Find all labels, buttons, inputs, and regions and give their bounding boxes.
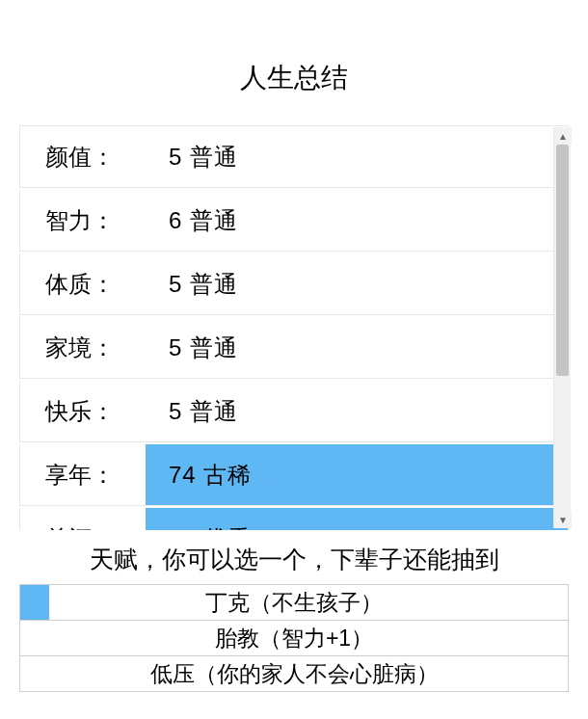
summary-scroll-area[interactable]: 颜值： 5 普通 智力： 6 普通 体质： 5 普通 家境： 5 普通 快乐： … [19,125,569,530]
talent-option[interactable]: 胎教（智力+1） [19,620,569,656]
scrollbar-thumb[interactable] [556,145,569,376]
talent-option-label: 胎教（智力+1） [49,621,568,655]
talent-option-label: 低压（你的家人不会心脏病） [49,656,568,691]
summary-row: 颜值： 5 普通 [19,126,569,188]
talent-option-label: 丁克（不生孩子） [49,585,568,620]
summary-row: 智力： 6 普通 [19,190,569,252]
page-title: 人生总结 [0,0,588,125]
talent-selected-mark [20,585,49,620]
scroll-up-arrow-icon[interactable]: ▲ [554,127,572,145]
summary-panel: 颜值： 5 普通 智力： 6 普通 体质： 5 普通 家境： 5 普通 快乐： … [19,125,569,530]
scrollbar[interactable]: ▲ ▼ [553,127,571,528]
summary-row-value: 89 优秀 [146,508,568,530]
summary-row-key: 享年： [20,460,146,491]
summary-row-value: 5 普通 [146,126,568,187]
summary-row-value: 5 普通 [146,381,568,441]
summary-row-key: 总评： [20,523,146,531]
summary-row: 总评： 89 优秀 [19,508,569,530]
scroll-down-arrow-icon[interactable]: ▼ [554,511,572,528]
summary-row-key: 智力： [20,205,146,236]
app-root: 人生总结 颜值： 5 普通 智力： 6 普通 体质： 5 普通 家境： 5 普通… [0,0,588,719]
scrollbar-track[interactable] [554,145,571,511]
summary-row-key: 体质： [20,269,146,300]
talent-selected-mark [20,656,49,691]
summary-row: 体质： 5 普通 [19,253,569,315]
talent-heading: 天赋，你可以选一个，下辈子还能抽到 [19,544,569,575]
summary-row-value: 5 普通 [146,317,568,378]
summary-row-value: 74 古稀 [146,444,568,505]
talent-option[interactable]: 丁克（不生孩子） [19,584,569,621]
talent-option[interactable]: 低压（你的家人不会心脏病） [19,655,569,692]
talent-list: 丁克（不生孩子） 胎教（智力+1） 低压（你的家人不会心脏病） [19,584,569,692]
summary-row-key: 颜值： [20,142,146,173]
talent-selected-mark [20,621,49,655]
summary-row-value: 6 普通 [146,190,568,251]
summary-row: 家境： 5 普通 [19,317,569,379]
summary-row-value: 5 普通 [146,253,568,314]
summary-row: 享年： 74 古稀 [19,444,569,506]
summary-row-key: 快乐： [20,396,146,427]
summary-row: 快乐： 5 普通 [19,381,569,442]
summary-row-key: 家境： [20,333,146,363]
